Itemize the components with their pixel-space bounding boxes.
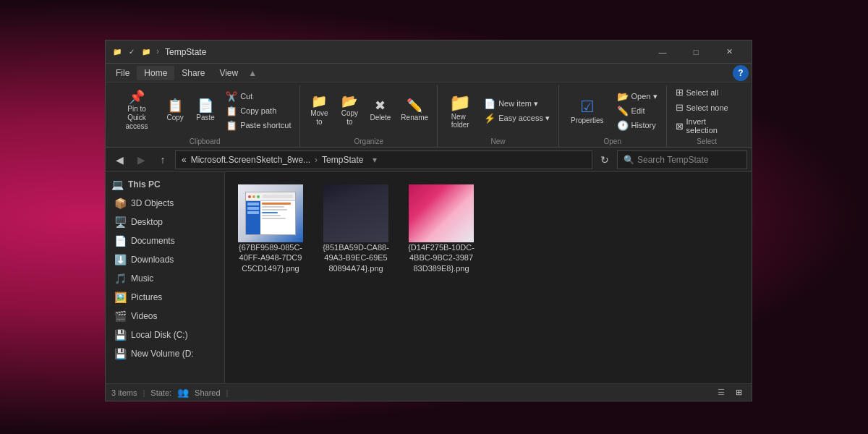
minimize-button[interactable]: — <box>646 41 679 64</box>
downloads-icon: ⬇️ <box>114 254 127 265</box>
select-none-button[interactable]: ⊟ Select none <box>671 101 743 114</box>
new-folder-button[interactable]: 📁 New folder <box>442 90 478 132</box>
close-button[interactable]: ✕ <box>712 41 746 64</box>
new-item-icon: 📄 <box>484 98 495 109</box>
paste-shortcut-button[interactable]: 📋 Paste shortcut <box>221 119 295 132</box>
copy-to-icon: 📂 <box>341 95 357 108</box>
sidebar-label-new-volume: New Volume (D: <box>131 349 194 359</box>
history-button[interactable]: 🕐 History <box>613 119 662 132</box>
forward-button[interactable]: ▶ <box>132 150 150 169</box>
details-view-button[interactable]: ☰ <box>714 386 728 400</box>
ribbon-new-group: 📁 New folder 📄 New item ▾ ⚡ Easy access … <box>438 85 559 147</box>
new-label: New <box>442 137 554 147</box>
status-divider-1: | <box>142 388 145 397</box>
copy-to-button[interactable]: 📂 Copy to <box>335 92 364 129</box>
sidebar-label-local-disk: Local Disk (C:) <box>131 330 188 340</box>
file-item-2[interactable]: {851BA59D-CA88-49A3-B9EC-69E580894A74}.p… <box>316 178 396 280</box>
search-box[interactable]: 🔍 Search TempState <box>617 150 747 169</box>
paste-icon: 📄 <box>197 99 213 112</box>
cut-icon: ✂️ <box>226 91 237 102</box>
maximize-button[interactable]: □ <box>679 41 712 64</box>
check-icon: ✓ <box>126 46 137 58</box>
file-name-3: {D14F275B-10DC-4BBC-9BC2-398783D389E8}.p… <box>408 242 475 273</box>
music-icon: 🎵 <box>114 273 127 284</box>
large-icons-view-button[interactable]: ⊞ <box>731 386 746 400</box>
pictures-icon: 🖼️ <box>114 292 127 303</box>
rename-button[interactable]: ✏️ Rename <box>396 96 433 125</box>
sidebar-item-local-disk[interactable]: 💾 Local Disk (C:) <box>106 326 224 344</box>
edit-icon: ✏️ <box>617 106 629 116</box>
sidebar-label-videos: Videos <box>131 311 157 321</box>
file-thumbnail-3 <box>409 184 474 242</box>
sidebar-item-videos[interactable]: 🎬 Videos <box>106 307 224 326</box>
pin-to-quick-access-button[interactable]: 📌 Pin to Quick access <box>114 88 159 134</box>
sidebar: 💻 This PC 📦 3D Objects 🖥️ Desktop 📄 Docu… <box>106 172 225 383</box>
address-path[interactable]: « Microsoft.ScreenSketch_8we... › TempSt… <box>175 150 592 169</box>
open-icon: 📂 <box>617 91 629 102</box>
path-part-1[interactable]: Microsoft.ScreenSketch_8we... <box>191 155 310 165</box>
sidebar-item-new-volume[interactable]: 💾 New Volume (D: <box>106 344 224 363</box>
open-button[interactable]: 📂 Open ▾ <box>613 90 662 103</box>
ribbon-open-group: ☑ Properties 📂 Open ▾ ✏️ Edit <box>559 85 667 147</box>
menu-share[interactable]: Share <box>174 66 212 80</box>
select-all-button[interactable]: ⊞ Select all <box>671 85 743 99</box>
path-separator: › <box>315 155 318 165</box>
back-button[interactable]: ◀ <box>110 150 129 169</box>
path-dropdown-button[interactable]: ▾ <box>367 155 382 165</box>
ribbon-collapse-button[interactable]: ▲ <box>245 67 260 80</box>
new-item-button[interactable]: 📄 New item ▾ <box>480 97 554 111</box>
shared-icon: 👥 <box>177 387 189 398</box>
content-area: 💻 This PC 📦 3D Objects 🖥️ Desktop 📄 Docu… <box>106 172 752 383</box>
file-item-1[interactable]: {67BF9589-085C-40FF-A948-7DC9C5CD1497}.p… <box>231 178 310 280</box>
organize-label: Organize <box>305 137 433 147</box>
path-part-2[interactable]: TempState <box>322 155 363 165</box>
paste-button[interactable]: 📄 Paste <box>191 96 220 125</box>
cut-button[interactable]: ✂️ Cut <box>221 90 295 103</box>
local-disk-icon: 💾 <box>114 329 127 341</box>
new-small-buttons: 📄 New item ▾ ⚡ Easy access ▾ <box>480 97 554 125</box>
videos-icon: 🎬 <box>114 310 127 322</box>
help-button[interactable]: ? <box>733 65 749 81</box>
sidebar-label-music: Music <box>131 273 153 284</box>
file-item-3[interactable]: {D14F275B-10DC-4BBC-9BC2-398783D389E8}.p… <box>401 178 481 280</box>
menu-file[interactable]: File <box>109 66 137 80</box>
sidebar-item-downloads[interactable]: ⬇️ Downloads <box>106 250 224 269</box>
refresh-button[interactable]: ↻ <box>595 150 614 169</box>
window-controls: — □ ✕ <box>646 41 746 64</box>
ribbon-organize-group: 📁 Move to 📂 Copy to ✖ Delete ✏️ Rename <box>300 85 438 147</box>
sidebar-item-3d-objects[interactable]: 📦 3D Objects <box>106 194 224 213</box>
file-explorer-window: 📁 ✓ 📁 › TempState — □ ✕ File Home Share … <box>105 40 752 401</box>
menu-view[interactable]: View <box>212 66 245 80</box>
documents-icon: 📄 <box>114 235 127 247</box>
pin-icon: 📌 <box>129 90 145 103</box>
sidebar-item-desktop[interactable]: 🖥️ Desktop <box>106 213 224 231</box>
edit-button[interactable]: ✏️ Edit <box>613 104 662 118</box>
move-to-button[interactable]: 📁 Move to <box>305 92 333 129</box>
sidebar-item-documents[interactable]: 📄 Documents <box>106 231 224 250</box>
3d-objects-icon: 📦 <box>114 197 127 209</box>
file-name-1: {67BF9589-085C-40FF-A948-7DC9C5CD1497}.p… <box>237 242 304 273</box>
easy-access-button[interactable]: ⚡ Easy access ▾ <box>480 111 554 125</box>
sidebar-label-this-pc: This PC <box>128 179 161 190</box>
folder-icon-1: 📁 <box>111 46 123 58</box>
menu-home[interactable]: Home <box>137 66 174 80</box>
paste-shortcut-icon: 📋 <box>226 120 237 131</box>
select-label: Select <box>671 137 743 147</box>
invert-selection-button[interactable]: ⊠ Invert selection <box>671 116 743 136</box>
ribbon-clipboard-group: 📌 Pin to Quick access 📋 Copy 📄 Paste ✂️ <box>110 85 300 147</box>
delete-icon: ✖ <box>375 99 386 112</box>
delete-button[interactable]: ✖ Delete <box>365 96 395 125</box>
this-pc-icon: 💻 <box>111 179 124 190</box>
copy-button[interactable]: 📋 Copy <box>161 96 190 125</box>
sidebar-label-desktop: Desktop <box>131 217 163 227</box>
sidebar-item-music[interactable]: 🎵 Music <box>106 269 224 288</box>
file-thumbnail-1 <box>238 184 303 242</box>
sidebar-item-this-pc: 💻 This PC <box>106 175 224 194</box>
properties-button[interactable]: ☑ Properties <box>563 95 611 127</box>
history-icon: 🕐 <box>617 120 629 131</box>
up-button[interactable]: ↑ <box>153 150 172 169</box>
status-state-label: State: <box>150 388 171 397</box>
desktop-icon: 🖥️ <box>114 216 127 228</box>
sidebar-item-pictures[interactable]: 🖼️ Pictures <box>106 288 224 307</box>
copy-path-button[interactable]: 📋 Copy path <box>221 104 295 118</box>
